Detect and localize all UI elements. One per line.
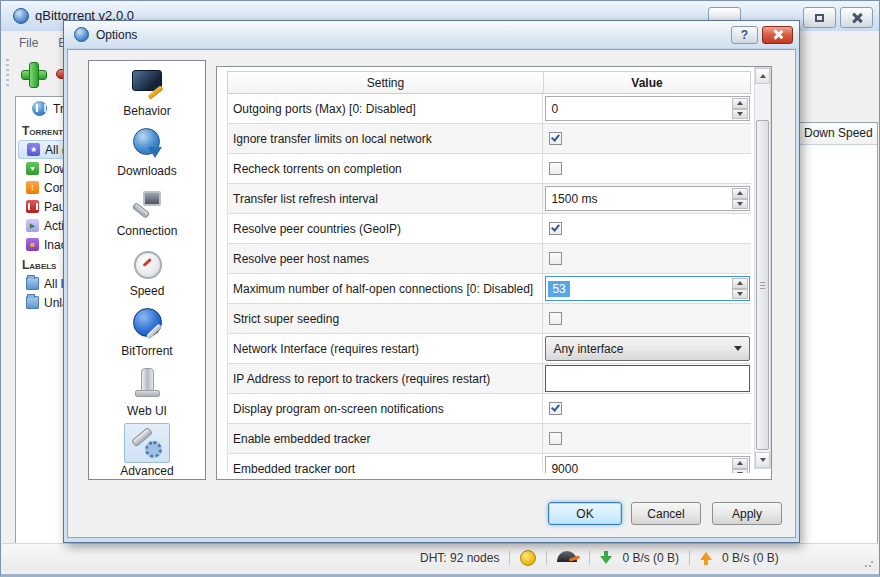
arrow-down-icon — [737, 112, 743, 116]
settings-row: Display program on-screen notifications — [228, 394, 751, 424]
checkbox[interactable] — [549, 312, 562, 325]
checkbox[interactable] — [549, 402, 562, 415]
settings-row: Embedded tracker port 9000 — [228, 454, 751, 473]
spin-down-button[interactable] — [732, 289, 748, 300]
down-speed-column-header[interactable]: Down Speed — [798, 123, 877, 145]
spin-input[interactable]: 1500 ms — [545, 186, 750, 211]
spin-down-button[interactable] — [732, 199, 748, 210]
table-header-row: Setting Value — [227, 71, 751, 94]
close-icon — [852, 13, 862, 23]
category-item[interactable]: Advanced — [89, 423, 205, 483]
close-button[interactable] — [840, 7, 873, 28]
setting-column-header[interactable]: Setting — [228, 72, 544, 93]
table-scrollbar[interactable] — [754, 67, 771, 469]
filter-icon — [26, 296, 39, 309]
qbittorrent-dialog-icon — [74, 27, 89, 42]
setting-label: Display program on-screen notifications — [228, 394, 543, 423]
statusbar-separator — [509, 551, 510, 565]
dialog-close-button[interactable] — [762, 26, 793, 44]
value-cell — [543, 424, 751, 453]
checkbox[interactable] — [549, 132, 562, 145]
help-button[interactable]: ? — [731, 26, 758, 44]
filter-icon — [26, 181, 39, 194]
scroll-down-button[interactable] — [755, 452, 770, 468]
setting-label: Resolve peer host names — [228, 244, 543, 273]
transfer-list-panel: Down Speed — [797, 122, 878, 544]
arrow-down-icon — [760, 458, 766, 462]
scrollbar-thumb[interactable] — [756, 120, 769, 450]
settings-row: Enable embedded tracker — [228, 424, 751, 454]
download-speed-status: 0 B/s (0 B) — [622, 551, 679, 565]
statusbar-separator — [689, 551, 690, 565]
add-torrent-button[interactable] — [19, 60, 47, 88]
category-item[interactable]: Behavior — [89, 63, 205, 123]
category-list: Behavior Downloads Connection Speed BitT… — [88, 60, 206, 480]
spin-up-button[interactable] — [732, 98, 748, 109]
maximize-button[interactable] — [803, 7, 836, 28]
settings-row: Resolve peer host names — [228, 244, 751, 274]
value-cell — [543, 364, 751, 393]
value-cell — [543, 304, 751, 333]
spin-input[interactable]: 53 — [545, 276, 750, 301]
category-item[interactable]: Connection — [89, 183, 205, 243]
category-icon — [130, 126, 164, 160]
apply-button[interactable]: Apply — [712, 502, 782, 525]
category-label: Downloads — [117, 164, 176, 178]
text-input[interactable] — [545, 365, 750, 392]
checkbox[interactable] — [549, 222, 562, 235]
menu-file[interactable]: File — [11, 34, 46, 52]
options-dialog: Options ? Behavior Downloads Connection … — [63, 20, 800, 543]
table-body: Outgoing ports (Max) [0: Disabled] 0 Ign… — [227, 94, 751, 473]
resize-grip[interactable] — [864, 558, 874, 568]
setting-label: Maximum number of half-open connections … — [228, 274, 543, 303]
options-dialog-titlebar[interactable]: Options ? — [64, 21, 799, 49]
dialog-button-row: OK Cancel Apply — [68, 502, 795, 525]
spin-down-button[interactable] — [732, 469, 748, 474]
category-item[interactable]: Speed — [89, 243, 205, 303]
checkbox[interactable] — [549, 252, 562, 265]
speed-limits-gauge-icon[interactable] — [557, 551, 579, 564]
settings-row: Transfer list refresh interval 1500 ms — [228, 184, 751, 214]
spin-input[interactable]: 9000 — [545, 456, 750, 473]
spin-up-button[interactable] — [732, 278, 748, 289]
value-cell — [543, 244, 751, 273]
statusbar: DHT: 92 nodes 0 B/s (0 B) 0 B/s (0 B) — [2, 543, 878, 571]
spin-input[interactable]: 0 — [545, 96, 750, 121]
setting-label: Recheck torrents on completion — [228, 154, 543, 183]
setting-label: Strict super seeding — [228, 304, 543, 333]
category-icon-box — [124, 303, 170, 343]
category-icon-box — [124, 363, 170, 403]
category-icon — [130, 306, 164, 340]
filter-icon — [27, 143, 40, 156]
dropdown-select[interactable]: Any interface — [545, 336, 750, 361]
checkbox[interactable] — [549, 432, 562, 445]
arrow-down-icon — [737, 472, 743, 473]
ok-button[interactable]: OK — [548, 502, 622, 525]
spin-up-button[interactable] — [732, 188, 748, 199]
setting-label: Outgoing ports (Max) [0: Disabled] — [228, 94, 543, 123]
value-cell: 53 — [543, 274, 751, 303]
category-item[interactable]: Downloads — [89, 123, 205, 183]
category-icon — [130, 66, 164, 100]
spin-down-button[interactable] — [732, 109, 748, 120]
cancel-button[interactable]: Cancel — [631, 502, 701, 525]
category-icon — [130, 366, 164, 400]
toolbar-drag-handle[interactable] — [6, 59, 9, 89]
connection-status-icon[interactable] — [520, 550, 536, 566]
spin-up-button[interactable] — [732, 458, 748, 469]
statusbar-separator — [546, 551, 547, 565]
arrow-up-icon — [760, 74, 766, 78]
checkbox[interactable] — [549, 162, 562, 175]
arrow-down-icon — [737, 292, 743, 296]
scroll-up-button[interactable] — [755, 68, 770, 84]
category-icon — [130, 186, 164, 220]
upload-speed-status: 0 B/s (0 B) — [722, 551, 779, 565]
category-item[interactable]: BitTorrent — [89, 303, 205, 363]
options-dialog-body: Behavior Downloads Connection Speed BitT… — [67, 49, 796, 538]
settings-row: Outgoing ports (Max) [0: Disabled] 0 — [228, 94, 751, 124]
category-item[interactable]: Web UI — [89, 363, 205, 423]
dialog-title: Options — [96, 28, 137, 42]
category-icon — [130, 246, 164, 280]
category-label: Speed — [130, 284, 165, 298]
value-column-header[interactable]: Value — [544, 72, 750, 93]
